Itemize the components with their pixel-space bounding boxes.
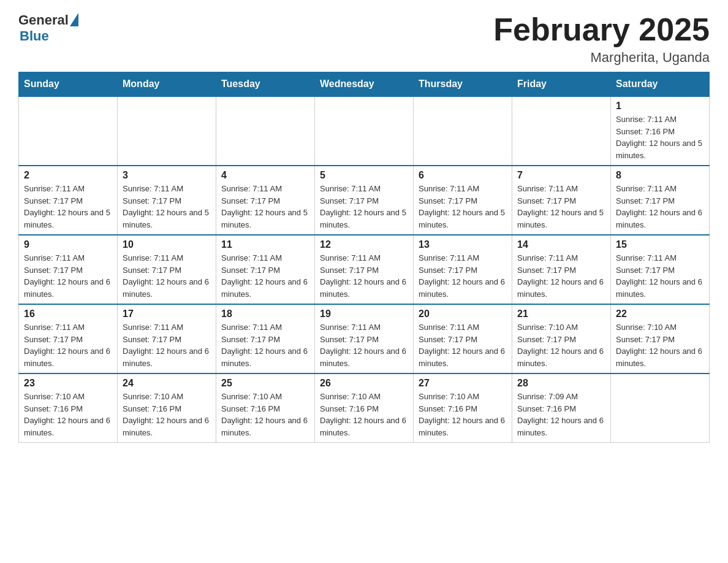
calendar-day-cell — [216, 96, 315, 166]
day-number: 10 — [123, 239, 211, 250]
calendar-day-cell — [611, 373, 710, 443]
sun-info: Sunrise: 7:11 AMSunset: 7:17 PMDaylight:… — [419, 183, 507, 231]
calendar-table: SundayMondayTuesdayWednesdayThursdayFrid… — [18, 72, 710, 443]
day-of-week-header: Saturday — [611, 72, 710, 97]
sun-info: Sunrise: 7:11 AMSunset: 7:17 PMDaylight:… — [320, 252, 408, 300]
sun-info: Sunrise: 7:11 AMSunset: 7:17 PMDaylight:… — [320, 183, 408, 231]
calendar-day-cell: 12Sunrise: 7:11 AMSunset: 7:17 PMDayligh… — [315, 235, 414, 304]
sun-info: Sunrise: 7:11 AMSunset: 7:17 PMDaylight:… — [419, 252, 507, 300]
day-number: 23 — [24, 378, 112, 389]
day-number: 16 — [24, 308, 112, 320]
day-number: 17 — [123, 308, 211, 320]
calendar-day-cell: 14Sunrise: 7:11 AMSunset: 7:17 PMDayligh… — [512, 235, 611, 304]
day-number: 1 — [616, 101, 704, 112]
sun-info: Sunrise: 7:11 AMSunset: 7:17 PMDaylight:… — [419, 321, 507, 369]
sun-info: Sunrise: 7:11 AMSunset: 7:17 PMDaylight:… — [24, 183, 112, 231]
sun-info: Sunrise: 7:11 AMSunset: 7:17 PMDaylight:… — [221, 252, 309, 300]
logo-general-text: General — [18, 12, 69, 28]
day-number: 8 — [616, 170, 704, 181]
title-section: February 2025 Margherita, Uganda — [493, 12, 710, 66]
day-number: 20 — [419, 308, 507, 320]
day-number: 14 — [517, 239, 605, 250]
calendar-day-cell — [414, 96, 512, 166]
calendar-day-cell: 9Sunrise: 7:11 AMSunset: 7:17 PMDaylight… — [19, 235, 118, 304]
day-number: 15 — [616, 239, 704, 250]
calendar-day-cell: 28Sunrise: 7:09 AMSunset: 7:16 PMDayligh… — [512, 373, 611, 443]
sun-info: Sunrise: 7:11 AMSunset: 7:17 PMDaylight:… — [123, 321, 211, 369]
sun-info: Sunrise: 7:11 AMSunset: 7:17 PMDaylight:… — [616, 252, 704, 300]
sun-info: Sunrise: 7:11 AMSunset: 7:17 PMDaylight:… — [517, 252, 605, 300]
sun-info: Sunrise: 7:09 AMSunset: 7:16 PMDaylight:… — [517, 391, 605, 439]
calendar-day-cell: 6Sunrise: 7:11 AMSunset: 7:17 PMDaylight… — [414, 166, 512, 235]
calendar-day-cell — [512, 96, 611, 166]
calendar-day-cell: 17Sunrise: 7:11 AMSunset: 7:17 PMDayligh… — [118, 304, 216, 373]
day-number: 6 — [419, 170, 507, 181]
calendar-week-row: 2Sunrise: 7:11 AMSunset: 7:17 PMDaylight… — [19, 166, 710, 235]
day-number: 21 — [517, 308, 605, 320]
calendar-day-cell: 8Sunrise: 7:11 AMSunset: 7:17 PMDaylight… — [611, 166, 710, 235]
sun-info: Sunrise: 7:10 AMSunset: 7:17 PMDaylight:… — [517, 321, 605, 369]
sun-info: Sunrise: 7:10 AMSunset: 7:16 PMDaylight:… — [320, 391, 408, 439]
day-of-week-header: Tuesday — [216, 72, 315, 97]
calendar-day-cell — [19, 96, 118, 166]
calendar-day-cell: 15Sunrise: 7:11 AMSunset: 7:17 PMDayligh… — [611, 235, 710, 304]
day-number: 5 — [320, 170, 408, 181]
calendar-day-cell: 2Sunrise: 7:11 AMSunset: 7:17 PMDaylight… — [19, 166, 118, 235]
calendar-day-cell: 23Sunrise: 7:10 AMSunset: 7:16 PMDayligh… — [19, 373, 118, 443]
location-title: Margherita, Uganda — [493, 50, 710, 66]
calendar-day-cell: 25Sunrise: 7:10 AMSunset: 7:16 PMDayligh… — [216, 373, 315, 443]
sun-info: Sunrise: 7:11 AMSunset: 7:17 PMDaylight:… — [221, 321, 309, 369]
day-number: 13 — [419, 239, 507, 250]
sun-info: Sunrise: 7:11 AMSunset: 7:17 PMDaylight:… — [123, 252, 211, 300]
calendar-week-row: 23Sunrise: 7:10 AMSunset: 7:16 PMDayligh… — [19, 373, 710, 443]
sun-info: Sunrise: 7:10 AMSunset: 7:17 PMDaylight:… — [616, 321, 704, 369]
calendar-day-cell: 18Sunrise: 7:11 AMSunset: 7:17 PMDayligh… — [216, 304, 315, 373]
calendar-day-cell: 10Sunrise: 7:11 AMSunset: 7:17 PMDayligh… — [118, 235, 216, 304]
calendar-day-cell: 5Sunrise: 7:11 AMSunset: 7:17 PMDaylight… — [315, 166, 414, 235]
calendar-header-row: SundayMondayTuesdayWednesdayThursdayFrid… — [19, 72, 710, 97]
day-number: 3 — [123, 170, 211, 181]
calendar-day-cell: 21Sunrise: 7:10 AMSunset: 7:17 PMDayligh… — [512, 304, 611, 373]
logo-blue-text: Blue — [20, 28, 49, 44]
logo: General Blue — [18, 12, 78, 44]
calendar-day-cell: 1Sunrise: 7:11 AMSunset: 7:16 PMDaylight… — [611, 96, 710, 166]
day-number: 26 — [320, 378, 408, 389]
sun-info: Sunrise: 7:10 AMSunset: 7:16 PMDaylight:… — [24, 391, 112, 439]
logo-triangle-icon — [70, 13, 78, 26]
sun-info: Sunrise: 7:11 AMSunset: 7:17 PMDaylight:… — [24, 321, 112, 369]
day-number: 27 — [419, 378, 507, 389]
day-number: 28 — [517, 378, 605, 389]
sun-info: Sunrise: 7:11 AMSunset: 7:16 PMDaylight:… — [616, 113, 704, 161]
day-of-week-header: Wednesday — [315, 72, 414, 97]
calendar-day-cell: 22Sunrise: 7:10 AMSunset: 7:17 PMDayligh… — [611, 304, 710, 373]
day-of-week-header: Monday — [118, 72, 216, 97]
calendar-day-cell: 11Sunrise: 7:11 AMSunset: 7:17 PMDayligh… — [216, 235, 315, 304]
calendar-day-cell: 20Sunrise: 7:11 AMSunset: 7:17 PMDayligh… — [414, 304, 512, 373]
calendar-week-row: 1Sunrise: 7:11 AMSunset: 7:16 PMDaylight… — [19, 96, 710, 166]
day-number: 7 — [517, 170, 605, 181]
day-of-week-header: Sunday — [19, 72, 118, 97]
calendar-week-row: 16Sunrise: 7:11 AMSunset: 7:17 PMDayligh… — [19, 304, 710, 373]
day-number: 25 — [221, 378, 309, 389]
sun-info: Sunrise: 7:10 AMSunset: 7:16 PMDaylight:… — [221, 391, 309, 439]
day-of-week-header: Friday — [512, 72, 611, 97]
sun-info: Sunrise: 7:11 AMSunset: 7:17 PMDaylight:… — [320, 321, 408, 369]
calendar-day-cell: 3Sunrise: 7:11 AMSunset: 7:17 PMDaylight… — [118, 166, 216, 235]
sun-info: Sunrise: 7:10 AMSunset: 7:16 PMDaylight:… — [123, 391, 211, 439]
calendar-week-row: 9Sunrise: 7:11 AMSunset: 7:17 PMDaylight… — [19, 235, 710, 304]
day-number: 24 — [123, 378, 211, 389]
calendar-day-cell: 7Sunrise: 7:11 AMSunset: 7:17 PMDaylight… — [512, 166, 611, 235]
sun-info: Sunrise: 7:11 AMSunset: 7:17 PMDaylight:… — [616, 183, 704, 231]
day-number: 9 — [24, 239, 112, 250]
day-number: 12 — [320, 239, 408, 250]
calendar-day-cell — [315, 96, 414, 166]
sun-info: Sunrise: 7:11 AMSunset: 7:17 PMDaylight:… — [123, 183, 211, 231]
calendar-day-cell: 19Sunrise: 7:11 AMSunset: 7:17 PMDayligh… — [315, 304, 414, 373]
month-year-title: February 2025 — [493, 12, 710, 47]
day-number: 18 — [221, 308, 309, 320]
sun-info: Sunrise: 7:11 AMSunset: 7:17 PMDaylight:… — [221, 183, 309, 231]
calendar-day-cell: 13Sunrise: 7:11 AMSunset: 7:17 PMDayligh… — [414, 235, 512, 304]
day-number: 2 — [24, 170, 112, 181]
calendar-day-cell: 16Sunrise: 7:11 AMSunset: 7:17 PMDayligh… — [19, 304, 118, 373]
calendar-day-cell: 24Sunrise: 7:10 AMSunset: 7:16 PMDayligh… — [118, 373, 216, 443]
